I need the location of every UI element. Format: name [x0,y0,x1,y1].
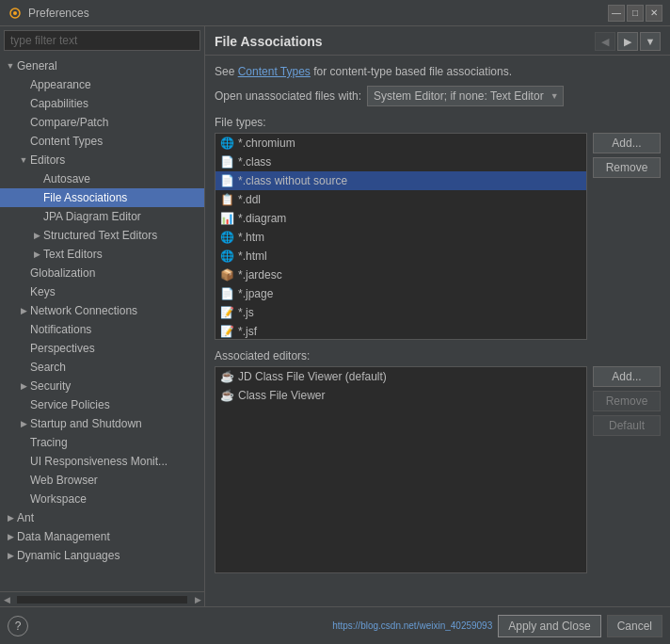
filter-input[interactable] [4,30,200,51]
assoc-editor-item[interactable]: ☕JD Class File Viewer (default) [215,367,586,386]
tree-item-workspace[interactable]: Workspace [0,490,204,508]
file-type-item[interactable]: 📋*.ddl [215,190,586,209]
tree-item-file-associations[interactable]: File Associations [0,188,204,207]
file-type-label: *.class [238,155,271,169]
tree-item-tracing[interactable]: Tracing [0,433,204,452]
tree-item-globalization[interactable]: Globalization [0,264,204,282]
tree-label-general: General [17,59,57,72]
file-type-item[interactable]: 📄*.jpage [215,284,586,303]
tree-item-security[interactable]: Security [0,377,204,395]
open-unassociated-dropdown[interactable]: System Editor; if none: Text Editor ▼ [367,86,564,106]
file-type-icon: 📄 [219,173,234,188]
file-types-add-button[interactable]: Add... [593,133,661,153]
file-type-icon: 🌐 [219,249,234,264]
cancel-button[interactable]: Cancel [607,615,662,637]
tree-item-notifications[interactable]: Notifications [0,320,204,339]
tree-item-general[interactable]: General [0,56,204,75]
tree-item-perspectives[interactable]: Perspectives [0,339,204,358]
tree-item-compare-patch[interactable]: Compare/Patch [0,113,204,132]
scroll-left-btn[interactable]: ◀ [0,593,13,606]
tree-arrow-autosave [30,172,43,185]
file-type-item[interactable]: 📝*.js [215,303,586,322]
tree-arrow-ui-responsiveness [17,455,30,468]
file-type-label: *.jpage [238,287,273,300]
tree-arrow-keys [17,285,30,298]
tree-item-editors[interactable]: Editors [0,151,204,169]
tree-item-network-connections[interactable]: Network Connections [0,301,204,320]
file-type-item[interactable]: 🌐*.html [215,247,586,266]
tree-label-ui-responsiveness: UI Responsiveness Monit... [30,455,168,468]
tree-item-jpa-diagram-editor[interactable]: JPA Diagram Editor [0,207,204,226]
file-type-item[interactable]: 🌐*.chromium [215,134,586,153]
tree-item-content-types[interactable]: Content Types [0,132,204,151]
help-button[interactable]: ? [8,616,28,636]
section-title: File Associations [215,34,323,49]
file-type-item[interactable]: 📦*.jardesc [215,266,586,284]
tree-label-jpa-diagram-editor: JPA Diagram Editor [43,210,141,223]
right-header: File Associations ◀ ▶ ▼ [205,26,670,56]
tree-item-web-browser[interactable]: Web Browser [0,471,204,490]
content-types-link[interactable]: Content Types [238,65,311,78]
close-button[interactable]: ✕ [646,5,662,22]
file-type-item[interactable]: 📊*.diagram [215,209,586,228]
tree-item-keys[interactable]: Keys [0,282,204,301]
tree-arrow-workspace [17,492,30,506]
tree-item-service-policies[interactable]: Service Policies [0,395,204,414]
file-type-item[interactable]: 📝*.jsf [215,322,586,340]
tree-item-startup-and-shutdown[interactable]: Startup and Shutdown [0,414,204,433]
url-text: https://blog.csdn.net/weixin_40259093 [332,620,492,631]
tree-item-ui-responsiveness[interactable]: UI Responsiveness Monit... [0,452,204,471]
file-type-icon: 📦 [219,267,234,282]
tree-arrow-editors [17,153,30,167]
main-container: GeneralAppearanceCapabilitiesCompare/Pat… [0,26,670,606]
tree-label-notifications: Notifications [30,323,91,336]
file-types-remove-button[interactable]: Remove [593,157,661,178]
tree-arrow-perspectives [17,342,30,355]
tree-label-web-browser: Web Browser [30,474,98,487]
right-content: See Content Types for content-type based… [205,56,670,606]
assoc-default-button[interactable]: Default [593,415,661,436]
left-panel: GeneralAppearanceCapabilitiesCompare/Pat… [0,26,205,606]
file-type-item[interactable]: 📄*.class [215,153,586,171]
tree-item-data-management[interactable]: Data Management [0,527,204,546]
tree-arrow-appearance [17,78,30,91]
minimize-button[interactable]: — [608,5,625,22]
apply-and-close-button[interactable]: Apply and Close [498,615,600,637]
file-type-label: *.diagram [238,212,286,225]
file-types-list[interactable]: 🌐*.chromium📄*.class📄*.class without sour… [215,133,587,340]
tree-arrow-capabilities [17,97,30,110]
tree-item-structured-text-editors[interactable]: Structured Text Editors [0,226,204,245]
assoc-add-button[interactable]: Add... [593,366,661,387]
tree-item-capabilities[interactable]: Capabilities [0,94,204,113]
file-type-label: *.jsf [238,325,257,338]
back-button[interactable]: ◀ [595,32,615,51]
h-scroll-track [17,596,187,604]
nav-dropdown-button[interactable]: ▼ [640,32,661,51]
tree-item-dynamic-languages[interactable]: Dynamic Languages [0,546,204,565]
associated-editors-section: ☕JD Class File Viewer (default)☕Class Fi… [215,366,661,597]
assoc-remove-button[interactable]: Remove [593,391,661,411]
file-type-item[interactable]: 📄*.class without source [215,171,586,190]
tree-arrow-tracing [17,436,30,449]
tree-label-search: Search [30,361,66,374]
assoc-editor-item[interactable]: ☕Class File Viewer [215,386,586,405]
forward-button[interactable]: ▶ [617,32,638,51]
tree-label-editors: Editors [30,153,65,167]
tree-label-appearance: Appearance [30,78,91,91]
file-type-item[interactable]: 🌐*.htm [215,228,586,247]
tree-arrow-service-policies [17,398,30,411]
scroll-right-btn[interactable]: ▶ [191,593,204,606]
tree-item-autosave[interactable]: Autosave [0,169,204,188]
file-type-label: *.chromium [238,137,295,150]
tree-item-search[interactable]: Search [0,358,204,377]
maximize-button[interactable]: □ [627,5,644,22]
associated-editors-list[interactable]: ☕JD Class File Viewer (default)☕Class Fi… [215,366,587,573]
file-type-label: *.htm [238,231,264,244]
dropdown-arrow-icon: ▼ [550,91,559,101]
file-type-icon: 🌐 [219,136,234,151]
tree-item-text-editors[interactable]: Text Editors [0,245,204,264]
tree-arrow-data-management [4,530,17,543]
tree-item-appearance[interactable]: Appearance [0,75,204,94]
file-types-buttons: Add... Remove [593,133,661,340]
tree-item-ant[interactable]: Ant [0,508,204,527]
